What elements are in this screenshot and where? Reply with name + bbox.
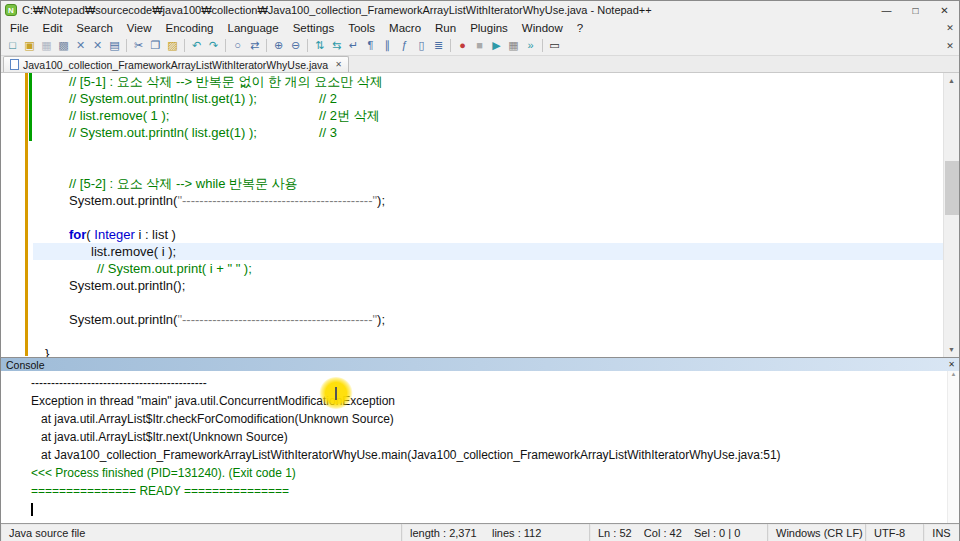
menu-window[interactable]: Window — [515, 21, 570, 35]
save-icon[interactable]: ▦ — [38, 37, 55, 54]
code-line[interactable] — [33, 294, 943, 311]
new-file-icon[interactable]: □ — [4, 37, 21, 54]
word-wrap-icon[interactable]: ↵ — [345, 37, 362, 54]
code-line[interactable]: // [5-2] : 요소 삭제 --> while 반복문 사용 — [33, 175, 943, 192]
run-macro-multiple-icon[interactable]: » — [522, 37, 539, 54]
code-line[interactable]: for( Integer i : list ) — [33, 226, 943, 243]
show-all-characters-icon[interactable]: ¶ — [362, 37, 379, 54]
status-eol[interactable]: Windows (CR LF) — [767, 524, 865, 541]
console-line[interactable]: at Java100_collection_FrameworkArrayList… — [1, 446, 959, 464]
code-line-current[interactable]: list.remove( i ); — [33, 243, 943, 260]
toolbar-close-icon[interactable]: ✕ — [941, 41, 959, 51]
toolbar-separator — [542, 39, 543, 52]
menu-encoding[interactable]: Encoding — [159, 21, 221, 35]
code-line[interactable]: // System.out.print( i + " " ); — [33, 260, 943, 277]
code-segment: // [5-2] : 요소 삭제 --> while 반복문 사용 — [69, 176, 298, 191]
code-line[interactable] — [33, 141, 943, 158]
code-segment: // System.out.println( list.get(1) ); — [69, 125, 257, 140]
code-segment: System.out.println( — [69, 312, 177, 327]
menu-tools[interactable]: Tools — [341, 21, 382, 35]
trailing-comment: // 3 — [319, 124, 337, 141]
tab-label: Java100_collection_FrameworkArrayListWit… — [23, 59, 328, 71]
code-line[interactable] — [33, 209, 943, 226]
console-line[interactable]: at java.util.ArrayList$Itr.next(Unknown … — [1, 428, 959, 446]
console-line[interactable]: at java.util.ArrayList$Itr.checkForComod… — [1, 410, 959, 428]
console-scrollbar[interactable]: ▲ — [947, 371, 959, 523]
scroll-up-icon[interactable]: ▲ — [944, 73, 959, 88]
code-segment: System.out.println(); — [69, 278, 185, 293]
code-line[interactable] — [33, 158, 943, 175]
status-insert-mode[interactable]: INS — [923, 524, 959, 541]
code-line[interactable]: // System.out.println( list.get(1) );// … — [33, 90, 943, 107]
paste-icon[interactable]: ▨ — [164, 37, 181, 54]
nppexec-console-icon[interactable]: ▭ — [546, 37, 563, 54]
console-body[interactable]: ----------------------------------------… — [1, 371, 959, 523]
status-length-lines: length : 2,371 lines : 112 — [401, 524, 589, 541]
close-button[interactable]: ✕ — [930, 1, 959, 19]
code-segment: Integer — [94, 227, 134, 242]
status-encoding[interactable]: UTF-8 — [865, 524, 923, 541]
zoom-out-icon[interactable]: ⊖ — [287, 37, 304, 54]
editor[interactable]: // [5-1] : 요소 삭제 --> 반복문 없이 한 개의 요소만 삭제/… — [1, 73, 959, 357]
scroll-down-icon[interactable]: ▼ — [944, 342, 959, 357]
save-all-icon[interactable]: ▩ — [55, 37, 72, 54]
cut-icon[interactable]: ✂ — [130, 37, 147, 54]
open-folder-icon[interactable]: ▣ — [21, 37, 38, 54]
menu-edit[interactable]: Edit — [36, 21, 70, 35]
code-line[interactable]: } — [33, 345, 943, 357]
code-line[interactable]: System.out.println(); — [33, 277, 943, 294]
console-line[interactable]: Exception in thread "main" java.util.Con… — [1, 392, 959, 410]
menu-plugins[interactable]: Plugins — [463, 21, 515, 35]
menubar-close-icon[interactable]: ✕ — [941, 23, 959, 33]
undo-icon[interactable]: ↶ — [188, 37, 205, 54]
play-macro-icon[interactable]: ▶ — [488, 37, 505, 54]
code-area[interactable]: // [5-1] : 요소 삭제 --> 반복문 없이 한 개의 요소만 삭제/… — [33, 73, 943, 357]
trailing-comment: // 2 — [319, 90, 337, 107]
code-line[interactable]: // list.remove( 1 );// 2번 삭제 — [33, 107, 943, 124]
sync-scroll-vertical-icon[interactable]: ⇅ — [311, 37, 328, 54]
replace-icon[interactable]: ⇄ — [246, 37, 263, 54]
code-line[interactable] — [33, 328, 943, 345]
menu-language[interactable]: Language — [220, 21, 285, 35]
code-line[interactable]: // System.out.println( list.get(1) );// … — [33, 124, 943, 141]
record-macro-icon[interactable]: ● — [454, 37, 471, 54]
menu-help[interactable]: ? — [570, 21, 590, 35]
menu-search[interactable]: Search — [69, 21, 119, 35]
menu-macro[interactable]: Macro — [382, 21, 428, 35]
menu-view[interactable]: View — [120, 21, 159, 35]
console-line[interactable]: =============== READY =============== — [1, 482, 959, 500]
console-line[interactable]: ----------------------------------------… — [1, 374, 959, 392]
menu-settings[interactable]: Settings — [286, 21, 342, 35]
document-map-icon[interactable]: ▯ — [413, 37, 430, 54]
close-all-icon[interactable]: ✕ — [89, 37, 106, 54]
code-line[interactable]: System.out.println("--------------------… — [33, 311, 943, 328]
maximize-button[interactable]: □ — [901, 1, 930, 19]
save-macro-icon[interactable]: ▦ — [505, 37, 522, 54]
console-panel-header[interactable]: Console ✕ — [1, 357, 959, 371]
redo-icon[interactable]: ↷ — [205, 37, 222, 54]
minimize-button[interactable]: — — [872, 1, 901, 19]
find-icon[interactable]: ○ — [229, 37, 246, 54]
console-line[interactable] — [1, 500, 959, 518]
console-line[interactable]: <<< Process finished (PID=131240). (Exit… — [1, 464, 959, 482]
close-document-icon[interactable]: ✕ — [72, 37, 89, 54]
sync-scroll-horizontal-icon[interactable]: ⇆ — [328, 37, 345, 54]
console-lines: ----------------------------------------… — [1, 374, 959, 518]
tab-close-icon[interactable]: ✕ — [335, 60, 342, 69]
scrollbar-thumb[interactable] — [945, 161, 959, 215]
editor-scrollbar[interactable]: ▲ ▼ — [943, 73, 959, 357]
menu-run[interactable]: Run — [428, 21, 463, 35]
menu-file[interactable]: File — [3, 21, 36, 35]
tab-active[interactable]: Java100_collection_FrameworkArrayListWit… — [3, 56, 349, 72]
stop-macro-icon[interactable]: ■ — [471, 37, 488, 54]
code-line[interactable]: System.out.println("--------------------… — [33, 192, 943, 209]
document-list-icon[interactable]: ≣ — [430, 37, 447, 54]
indent-guide-icon[interactable]: ∥ — [379, 37, 396, 54]
console-close-icon[interactable]: ✕ — [948, 360, 955, 369]
code-line[interactable]: // [5-1] : 요소 삭제 --> 반복문 없이 한 개의 요소만 삭제 — [33, 73, 943, 90]
zoom-in-icon[interactable]: ⊕ — [270, 37, 287, 54]
print-icon[interactable]: ▤ — [106, 37, 123, 54]
copy-icon[interactable]: ❐ — [147, 37, 164, 54]
function-list-icon[interactable]: ƒ — [396, 37, 413, 54]
status-doc-type: Java source file — [1, 524, 401, 541]
